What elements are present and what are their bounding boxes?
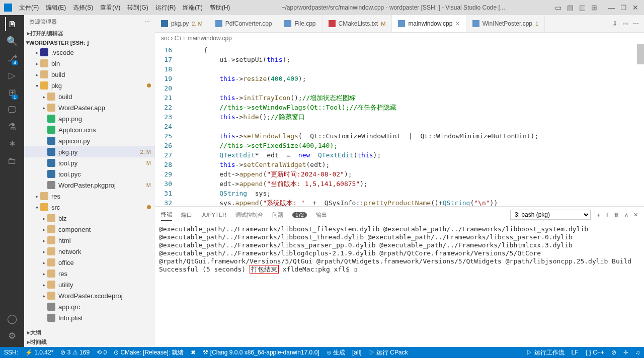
folder-icon[interactable]: 🗀 — [5, 154, 19, 168]
timeline-section[interactable]: ▸时间线 — [24, 337, 155, 347]
project-header[interactable]: ▾WORDPASTER [SSH: ] — [24, 38, 155, 47]
tree-file[interactable]: app.qrc — [24, 301, 155, 312]
panel-action-icon[interactable]: ＋ — [596, 211, 601, 219]
status-item[interactable]: [all] — [352, 349, 362, 356]
tree-file[interactable]: pkg.py2, M — [24, 146, 155, 157]
layout2-icon[interactable]: ▤ — [566, 3, 575, 12]
editor-tab[interactable]: WinINetPoster.cpp1 — [466, 15, 545, 32]
editor-tab[interactable]: pkg.py2, M — [155, 15, 209, 32]
tree-file[interactable]: appicon.py — [24, 135, 155, 146]
panel-tab[interactable]: 问题 — [272, 209, 283, 221]
max-icon[interactable]: ☐ — [619, 3, 628, 12]
tree-folder[interactable]: ▸.vscode — [24, 47, 155, 58]
more-icon[interactable]: ⋯ — [144, 19, 150, 25]
minimap[interactable] — [637, 44, 644, 64]
layout3-icon[interactable]: ▥ — [578, 3, 587, 12]
file-icon — [47, 126, 55, 134]
breadcrumb[interactable]: src › C++ mainwindow.cpp — [155, 33, 644, 44]
close-icon[interactable]: ✕ — [631, 3, 640, 12]
account-icon[interactable]: ◯ — [5, 312, 19, 326]
menu-item[interactable]: 编辑(E) — [43, 2, 69, 14]
tree-folder[interactable]: ▸res — [24, 191, 155, 202]
open-editors-section[interactable]: ▸打开的编辑器 — [24, 29, 155, 38]
menu-item[interactable]: 选择(S) — [70, 2, 96, 14]
status-item[interactable]: ⊙ 生成 — [327, 348, 345, 357]
tab-action-icon[interactable]: ⇩ — [612, 20, 617, 27]
menu-item[interactable]: 转到(G) — [124, 2, 151, 14]
status-item[interactable]: { } C++ — [586, 348, 604, 357]
outline-section[interactable]: ▸大纲 — [24, 328, 155, 337]
panel-tab[interactable]: 输出 — [316, 209, 327, 221]
remote-icon[interactable]: 🖵 — [5, 103, 19, 117]
panel-action-icon[interactable]: 🗑 — [614, 212, 619, 218]
panel-tab[interactable]: 终端 — [161, 209, 172, 221]
explorer-icon[interactable]: 🗎 — [5, 17, 19, 31]
layout4-icon[interactable]: ⊞ — [590, 3, 599, 12]
tree-folder[interactable]: ▸build — [24, 91, 155, 102]
close-tab-icon[interactable]: × — [455, 20, 459, 28]
settings-icon[interactable]: ⚙ — [5, 329, 19, 343]
layout1-icon[interactable]: ▭ — [553, 3, 562, 12]
ai-icon[interactable]: ✶ — [5, 137, 19, 151]
search-icon[interactable]: 🔍 — [5, 34, 19, 48]
status-item[interactable]: ⊘ 3 ⚠ 169 — [60, 349, 90, 356]
panel-action-icon[interactable]: ✕ — [633, 212, 638, 218]
status-item[interactable]: SSH: — [4, 349, 18, 356]
status-item[interactable]: ▷ 运行 CPack — [369, 348, 408, 357]
menu-item[interactable]: 终端(T) — [180, 2, 205, 14]
test-icon[interactable]: ⚗ — [5, 120, 19, 134]
tree-folder[interactable]: ▸utility — [24, 279, 155, 290]
tab-action-icon[interactable]: ▭ — [622, 20, 628, 27]
tree-file[interactable]: tool.pyM — [24, 157, 155, 168]
status-item[interactable]: ⚒ [Clang 9.0.0 x86_64-apple-darwin17.0.0… — [203, 349, 319, 356]
min-icon[interactable]: — — [607, 3, 616, 12]
tree-file[interactable]: WordPaster.pkgprojM — [24, 179, 155, 191]
debug-icon[interactable]: ▷ — [5, 68, 19, 82]
terminal-select[interactable]: 3: bash (pkg) — [510, 210, 591, 220]
terminal-output[interactable]: @executable_path/../Frameworks/libboost_… — [155, 223, 644, 347]
editor-tab[interactable]: PdfConverter.cpp — [209, 15, 279, 32]
scm-icon[interactable]: ⎇4 — [5, 51, 19, 65]
status-item[interactable]: ⊘ — [611, 348, 616, 357]
tree-folder[interactable]: ▾pkg — [24, 80, 155, 91]
editor-tab[interactable]: CMakeLists.txtM — [323, 15, 392, 32]
status-item[interactable]: LF — [572, 348, 579, 357]
tree-file[interactable]: app.png — [24, 113, 155, 124]
tree-folder[interactable]: ▸office — [24, 257, 155, 268]
editor-tab[interactable]: File.cpp — [278, 15, 322, 32]
menu-item[interactable]: 查看(V) — [97, 2, 123, 14]
panel-tab[interactable]: 调试控制台 — [235, 209, 263, 221]
editor-tab[interactable]: mainwindow.cpp× — [392, 15, 466, 32]
menu-item[interactable]: 文件(F) — [16, 2, 42, 14]
panel-tab[interactable]: 端口 — [181, 209, 192, 221]
tree-folder[interactable]: ▸network — [24, 246, 155, 257]
status-item[interactable]: ⟲ 0 — [97, 349, 107, 356]
tree-folder[interactable]: ▸res — [24, 268, 155, 279]
code-text[interactable]: { ui->setupUi(this); this->resize(400,40… — [180, 44, 644, 206]
tree-file[interactable]: Info.plist — [24, 312, 155, 323]
status-item[interactable]: ⚡ 1.0.42* — [25, 349, 53, 356]
menu-item[interactable]: 帮助(H) — [207, 2, 233, 14]
status-item[interactable]: ⊙ CMake: [Release]: 就绪 — [114, 348, 184, 357]
tree-folder[interactable]: ▾src — [24, 202, 155, 213]
tree-file[interactable]: AppIcon.icns — [24, 124, 155, 135]
panel-action-icon[interactable]: ⫴ — [606, 212, 609, 218]
tree-folder[interactable]: ▸bin — [24, 58, 155, 69]
tree-folder[interactable]: ▸build — [24, 69, 155, 80]
tree-folder[interactable]: ▸component — [24, 224, 155, 235]
status-item[interactable]: ▷ 运行工作流 — [526, 348, 564, 357]
tree-folder[interactable]: ▸biz — [24, 213, 155, 224]
extensions-icon[interactable]: ⊞1 — [5, 85, 19, 100]
tree-folder[interactable]: ▸html — [24, 235, 155, 246]
status-item[interactable]: ♫ — [635, 348, 640, 357]
tree-folder[interactable]: ▸WordPaster.xcodeproj — [24, 290, 155, 301]
status-item[interactable]: ✖ — [191, 349, 196, 356]
panel-action-icon[interactable]: ∧ — [624, 212, 628, 218]
tree-folder[interactable]: ▸WordPaster.app — [24, 102, 155, 113]
status-item[interactable]: ✛ — [623, 348, 628, 357]
tree-file[interactable]: tool.pyc — [24, 168, 155, 179]
panel-tab[interactable]: JUPYTER — [201, 210, 226, 220]
code-editor[interactable]: 16 17 18 19 20 21 22 23 24 25 26 27 28 2… — [155, 44, 644, 206]
menu-item[interactable]: 运行(R) — [152, 2, 179, 14]
tab-action-icon[interactable]: ⋯ — [633, 20, 639, 27]
